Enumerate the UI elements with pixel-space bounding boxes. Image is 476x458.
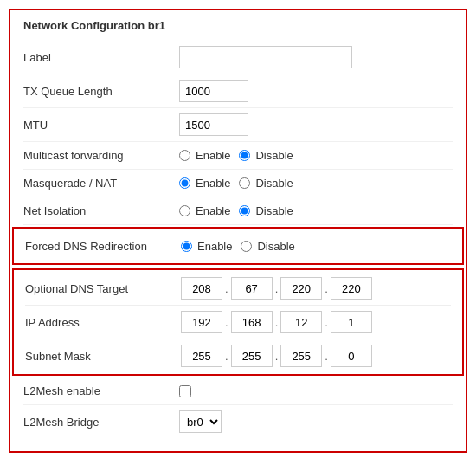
masquerade-disable-text: Disable — [255, 177, 293, 190]
masquerade-row: Masquerade / NAT Enable Disable — [23, 170, 453, 197]
mtu-label: MTU — [23, 119, 179, 132]
dns-octet-1 — [181, 277, 222, 300]
ip-octet-3-input[interactable] — [281, 311, 321, 333]
label-field-label: Label — [23, 51, 179, 64]
subnet-octet-1 — [181, 345, 222, 367]
l2mesh-bridge-label: L2Mesh Bridge — [23, 416, 179, 429]
net-isolation-label: Net Isolation — [23, 204, 179, 217]
ip-octet-2-input[interactable] — [232, 311, 272, 333]
net-isolation-disable-label[interactable]: Disable — [239, 204, 293, 217]
forced-dns-enable-radio[interactable] — [181, 241, 192, 252]
tx-queue-input[interactable] — [179, 80, 248, 102]
subnet-dot-3: . — [322, 350, 331, 363]
dns-dot-1: . — [222, 282, 231, 295]
ip-address-label: IP Address — [25, 316, 181, 329]
dns-octet-3 — [280, 277, 322, 300]
ip-dot-3: . — [322, 316, 331, 329]
ip-octet-1-input[interactable] — [182, 311, 222, 333]
label-field-value — [179, 46, 453, 68]
ip-dot-1: . — [222, 316, 231, 329]
ip-address-octets: . . . — [181, 311, 372, 333]
multicast-row: Multicast forwarding Enable Disable — [23, 142, 453, 170]
multicast-enable-text: Enable — [196, 149, 230, 162]
net-isolation-disable-text: Disable — [255, 204, 293, 217]
ip-octet-4-input[interactable] — [331, 311, 371, 333]
dns-dot-2: . — [273, 282, 281, 295]
subnet-dot-2: . — [273, 350, 281, 363]
net-isolation-row: Net Isolation Enable Disable — [23, 197, 453, 225]
masquerade-enable-radio[interactable] — [179, 177, 190, 189]
panel-title: Network Configuration br1 — [23, 19, 453, 32]
subnet-octet-3 — [280, 345, 322, 367]
l2mesh-bridge-row: L2Mesh Bridge br0 br1 — [23, 405, 453, 438]
subnet-octet-2 — [231, 345, 273, 367]
label-input[interactable] — [179, 46, 352, 68]
multicast-enable-label[interactable]: Enable — [179, 149, 230, 162]
subnet-octet-1-input[interactable] — [182, 345, 222, 367]
dns-octet-2-input[interactable] — [232, 277, 272, 300]
forced-dns-enable-label[interactable]: Enable — [181, 240, 232, 253]
dns-target-octets: . . . — [181, 277, 372, 300]
multicast-enable-radio[interactable] — [179, 150, 190, 161]
forced-dns-row: Forced DNS Redirection Enable Disable — [25, 232, 451, 260]
subnet-octet-3-input[interactable] — [281, 345, 321, 367]
forced-dns-disable-label[interactable]: Disable — [241, 240, 294, 253]
forced-dns-disable-radio[interactable] — [241, 241, 252, 252]
masquerade-disable-label[interactable]: Disable — [239, 177, 293, 190]
dns-target-label: Optional DNS Target — [25, 282, 181, 295]
l2mesh-enable-label: L2Mesh enable — [23, 384, 179, 397]
forced-dns-label: Forced DNS Redirection — [25, 240, 181, 253]
ip-octet-4 — [331, 311, 372, 333]
subnet-mask-row: Subnet Mask . . . — [25, 339, 451, 372]
mtu-row: MTU — [23, 108, 453, 142]
forced-dns-enable-text: Enable — [197, 240, 232, 253]
forced-dns-disable-text: Disable — [257, 240, 294, 253]
net-isolation-enable-radio[interactable] — [179, 205, 190, 216]
masquerade-enable-text: Enable — [196, 177, 230, 190]
forced-dns-section: Forced DNS Redirection Enable Disable — [12, 227, 464, 265]
ip-octet-3 — [280, 311, 322, 333]
ip-octet-2 — [231, 311, 273, 333]
net-isolation-enable-text: Enable — [196, 204, 230, 217]
masquerade-enable-label[interactable]: Enable — [179, 177, 230, 190]
masquerade-disable-radio[interactable] — [239, 177, 250, 189]
net-isolation-enable-label[interactable]: Enable — [179, 204, 230, 217]
ip-dot-2: . — [273, 316, 281, 329]
multicast-disable-label[interactable]: Disable — [239, 149, 293, 162]
mtu-input[interactable] — [179, 113, 248, 136]
dns-octet-3-input[interactable] — [281, 277, 321, 300]
subnet-octet-4-input[interactable] — [331, 345, 371, 367]
subnet-octet-4 — [331, 345, 372, 367]
l2mesh-bridge-select[interactable]: br0 br1 — [179, 410, 222, 433]
subnet-mask-octets: . . . — [181, 345, 372, 367]
masquerade-label: Masquerade / NAT — [23, 177, 179, 190]
dns-octet-1-input[interactable] — [182, 277, 222, 300]
label-row: Label — [23, 41, 453, 74]
dns-target-row: Optional DNS Target . . . — [25, 272, 451, 306]
dns-octet-4 — [331, 277, 372, 300]
multicast-disable-text: Disable — [255, 149, 293, 162]
multicast-label: Multicast forwarding — [23, 149, 179, 162]
ip-address-row: IP Address . . . — [25, 306, 451, 339]
subnet-octet-2-input[interactable] — [232, 345, 272, 367]
net-isolation-disable-radio[interactable] — [239, 205, 250, 216]
tx-queue-row: TX Queue Length — [23, 74, 453, 108]
dns-octet-2 — [231, 277, 273, 300]
dns-dot-3: . — [322, 282, 331, 295]
ip-octet-1 — [181, 311, 222, 333]
l2mesh-enable-checkbox[interactable] — [179, 385, 191, 397]
tx-queue-label: TX Queue Length — [23, 85, 179, 98]
subnet-dot-1: . — [222, 350, 231, 363]
l2mesh-enable-row: L2Mesh enable — [23, 377, 453, 405]
multicast-disable-radio[interactable] — [239, 150, 250, 161]
network-config-panel: Network Configuration br1 Label TX Queue… — [9, 9, 467, 453]
dns-octet-4-input[interactable] — [331, 277, 371, 300]
subnet-mask-label: Subnet Mask — [25, 350, 181, 363]
ip-fields-section: Optional DNS Target . . . — [12, 268, 464, 376]
